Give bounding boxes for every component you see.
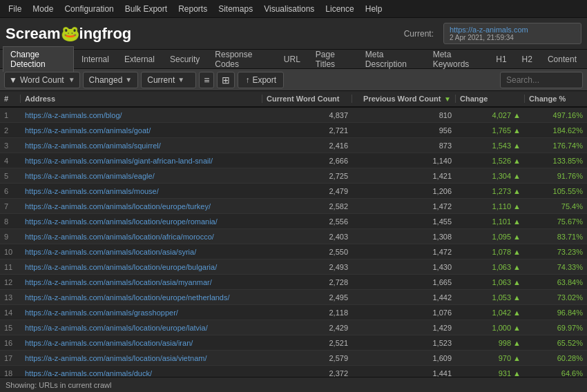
table-body: 1 https://a-z-animals.com/blog/ 4,837 81…: [0, 108, 587, 377]
cell-index: 11: [0, 263, 21, 271]
tab-change-detection[interactable]: Change Detection: [3, 46, 74, 72]
cell-address[interactable]: https://a-z-animals.com/animals/grasshop…: [21, 308, 262, 317]
menu-sitemaps[interactable]: Sitemaps: [213, 3, 258, 15]
cell-address[interactable]: https://a-z-animals.com/animals/duck/: [21, 369, 262, 378]
changed-dropdown[interactable]: Changed ▼: [83, 72, 139, 88]
filter-icon: ▼: [9, 75, 17, 85]
tab-h1[interactable]: H1: [488, 51, 514, 67]
tab-meta-description[interactable]: Meta Description: [358, 46, 425, 72]
tab-h2[interactable]: H2: [514, 51, 540, 67]
cell-address[interactable]: https://a-z-animals.com/animals/mouse/: [21, 187, 262, 195]
table-row[interactable]: 18 https://a-z-animals.com/animals/duck/…: [0, 366, 587, 377]
table-row[interactable]: 14 https://a-z-animals.com/animals/grass…: [0, 305, 587, 320]
tab-content[interactable]: Content: [540, 51, 584, 67]
table-row[interactable]: 12 https://a-z-animals.com/animals/locat…: [0, 275, 587, 290]
menu-help[interactable]: Help: [360, 3, 388, 15]
table-row[interactable]: 17 https://a-z-animals.com/animals/locat…: [0, 351, 587, 366]
cell-address[interactable]: https://a-z-animals.com/animals/eagle/: [21, 172, 262, 180]
list-view-button[interactable]: ≡: [199, 72, 214, 88]
menu-bulk-export[interactable]: Bulk Export: [119, 3, 173, 15]
tab-meta-keywords[interactable]: Meta Keywords: [425, 46, 489, 72]
cell-pct: 83.71%: [525, 233, 587, 241]
cell-current: 2,493: [262, 263, 352, 271]
table-row[interactable]: 13 https://a-z-animals.com/animals/locat…: [0, 290, 587, 305]
table-row[interactable]: 5 https://a-z-animals.com/animals/eagle/…: [0, 168, 587, 184]
table-row[interactable]: 11 https://a-z-animals.com/animals/locat…: [0, 259, 587, 275]
col-current-word-count[interactable]: Current Word Count: [262, 95, 352, 103]
table-row[interactable]: 8 https://a-z-animals.com/animals/locati…: [0, 214, 587, 229]
cell-previous: 1,442: [352, 293, 456, 302]
filter-icon-container[interactable]: ▼ Word Count ▼: [4, 72, 80, 88]
menu-mode[interactable]: Mode: [27, 3, 59, 15]
current-dropdown[interactable]: Current ▼: [141, 72, 196, 88]
cell-current: 2,479: [262, 187, 352, 195]
menu-licence[interactable]: Licence: [320, 3, 359, 15]
table-row[interactable]: 16 https://a-z-animals.com/animals/locat…: [0, 335, 587, 351]
col-previous-word-count[interactable]: Previous Word Count ▼: [352, 95, 456, 103]
cell-previous: 1,308: [352, 233, 456, 241]
tab-external[interactable]: External: [117, 51, 162, 67]
table-row[interactable]: 3 https://a-z-animals.com/animals/squirr…: [0, 138, 587, 153]
cell-change: 1,063 ▲: [456, 278, 525, 286]
cell-index: 18: [0, 369, 21, 378]
tab-response-codes[interactable]: Response Codes: [207, 46, 276, 72]
cell-change: 1,765 ▲: [456, 126, 525, 135]
menu-configuration[interactable]: Configuration: [59, 3, 119, 15]
col-address[interactable]: Address: [21, 95, 262, 103]
search-input[interactable]: [500, 72, 583, 88]
cell-address[interactable]: https://a-z-animals.com/animals/location…: [21, 217, 262, 226]
export-label: Export: [252, 75, 276, 85]
grid-view-button[interactable]: ⊞: [217, 72, 235, 88]
changed-dropdown-arrow: ▼: [125, 76, 132, 84]
cell-pct: 63.84%: [525, 278, 587, 286]
export-button[interactable]: ↑ Export: [238, 72, 284, 88]
cell-change: 931 ▲: [456, 369, 525, 378]
cell-address[interactable]: https://a-z-animals.com/animals/location…: [21, 293, 262, 302]
current-date: 2 Apr 2021, 21:59:34: [450, 34, 575, 41]
cell-address[interactable]: https://a-z-animals.com/animals/goat/: [21, 126, 262, 135]
menu-file[interactable]: File: [3, 3, 27, 15]
changed-label: Changed: [89, 75, 123, 85]
menu-reports[interactable]: Reports: [173, 3, 213, 15]
cell-index: 17: [0, 354, 21, 362]
cell-previous: 1,472: [352, 248, 456, 256]
cell-address[interactable]: https://a-z-animals.com/animals/location…: [21, 324, 262, 332]
cell-current: 2,556: [262, 217, 352, 226]
cell-address[interactable]: https://a-z-animals.com/animals/location…: [21, 263, 262, 271]
table-row[interactable]: 15 https://a-z-animals.com/animals/locat…: [0, 320, 587, 335]
cell-address[interactable]: https://a-z-animals.com/blog/: [21, 111, 262, 119]
cell-pct: 133.85%: [525, 157, 587, 165]
cell-address[interactable]: https://a-z-animals.com/animals/giant-af…: [21, 157, 262, 165]
tab-page-titles[interactable]: Page Titles: [308, 46, 358, 72]
cell-address[interactable]: https://a-z-animals.com/animals/location…: [21, 233, 262, 241]
cell-address[interactable]: https://a-z-animals.com/animals/location…: [21, 278, 262, 286]
table-row[interactable]: 9 https://a-z-animals.com/animals/locati…: [0, 229, 587, 244]
cell-current: 2,721: [262, 126, 352, 135]
cell-index: 15: [0, 324, 21, 332]
tab-url[interactable]: URL: [276, 51, 308, 67]
menu-visualisations[interactable]: Visualisations: [258, 3, 320, 15]
cell-index: 3: [0, 141, 21, 150]
cell-change: 1,273 ▲: [456, 187, 525, 195]
cell-address[interactable]: https://a-z-animals.com/animals/location…: [21, 339, 262, 347]
table-row[interactable]: 10 https://a-z-animals.com/animals/locat…: [0, 244, 587, 259]
col-change-pct[interactable]: Change %: [525, 95, 587, 103]
cell-change: 1,078 ▲: [456, 248, 525, 256]
column-headers: # Address Current Word Count Previous Wo…: [0, 91, 587, 108]
col-change[interactable]: Change: [456, 95, 525, 103]
current-label: Current: [147, 75, 175, 85]
table-row[interactable]: 2 https://a-z-animals.com/animals/goat/ …: [0, 123, 587, 138]
table-row[interactable]: 4 https://a-z-animals.com/animals/giant-…: [0, 153, 587, 168]
table-row[interactable]: 7 https://a-z-animals.com/animals/locati…: [0, 199, 587, 214]
cell-previous: 810: [352, 111, 456, 119]
cell-address[interactable]: https://a-z-animals.com/animals/location…: [21, 202, 262, 210]
cell-address[interactable]: https://a-z-animals.com/animals/squirrel…: [21, 141, 262, 150]
status-text: Showing: URLs in current crawl: [6, 381, 111, 389]
cell-index: 12: [0, 278, 21, 286]
tab-security[interactable]: Security: [162, 51, 207, 67]
table-row[interactable]: 6 https://a-z-animals.com/animals/mouse/…: [0, 184, 587, 199]
table-row[interactable]: 1 https://a-z-animals.com/blog/ 4,837 81…: [0, 108, 587, 123]
cell-address[interactable]: https://a-z-animals.com/animals/location…: [21, 354, 262, 362]
cell-address[interactable]: https://a-z-animals.com/animals/location…: [21, 248, 262, 256]
tab-internal[interactable]: Internal: [74, 51, 117, 67]
